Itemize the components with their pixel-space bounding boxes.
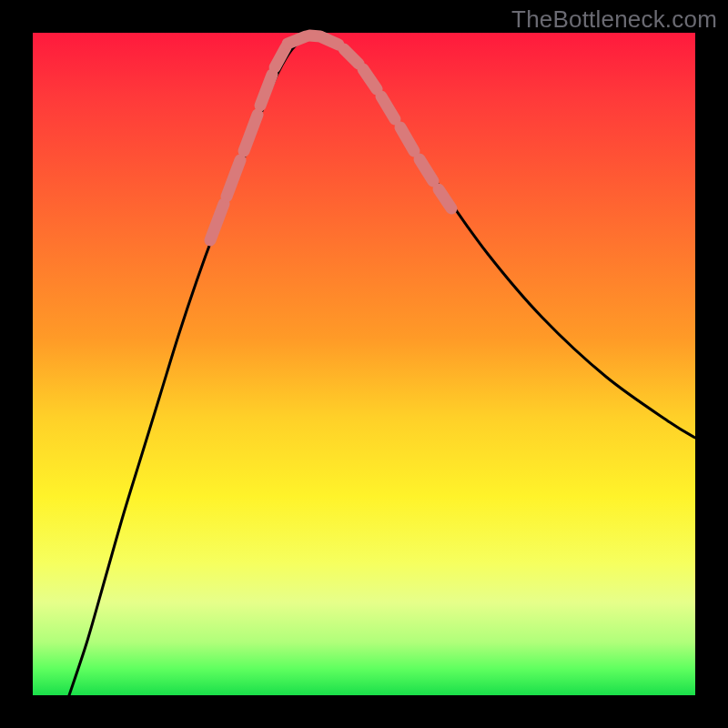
dash-segment	[381, 96, 395, 119]
dash-segment	[244, 115, 258, 151]
plot-area	[33, 33, 695, 695]
dash-segment	[260, 75, 272, 106]
bottleneck-curve-svg	[33, 33, 695, 695]
dash-segment	[288, 36, 306, 44]
dash-segment	[275, 47, 286, 67]
dash-segment	[420, 159, 433, 181]
dash-segment	[439, 189, 451, 208]
dash-segment	[363, 69, 377, 89]
bottleneck-curve	[69, 35, 695, 695]
dash-segment	[344, 49, 359, 64]
dash-overlay-bottom	[288, 35, 320, 44]
dash-overlay-right	[322, 37, 451, 208]
dash-segment	[400, 127, 414, 151]
dash-segment	[210, 204, 224, 240]
dash-segment	[309, 35, 320, 36]
dash-overlay-left	[210, 47, 286, 240]
chart-frame: TheBottleneck.com	[0, 0, 728, 728]
dash-segment	[227, 160, 240, 197]
watermark-label: TheBottleneck.com	[511, 5, 717, 34]
curve-group	[69, 35, 695, 695]
